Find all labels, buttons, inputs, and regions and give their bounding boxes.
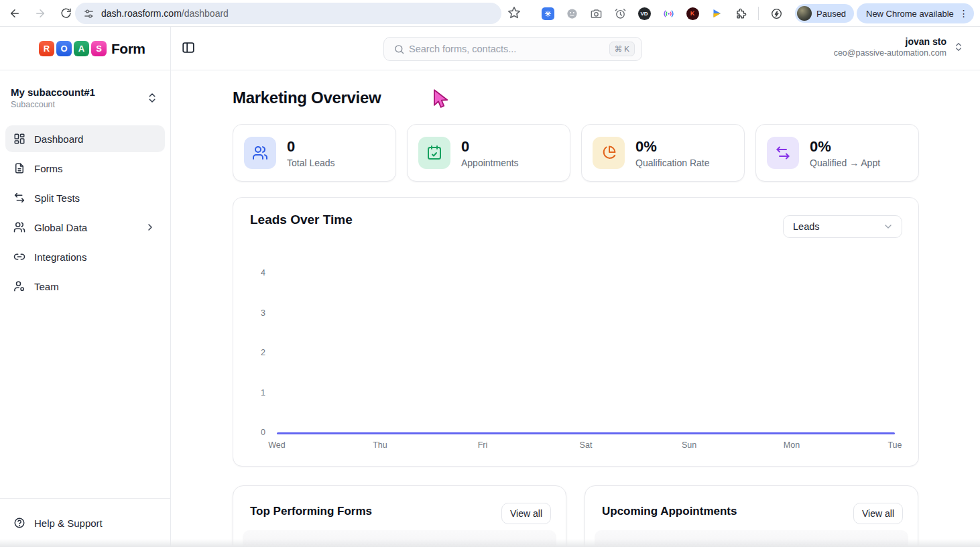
- sidebar-item-split-tests[interactable]: Split Tests: [5, 184, 165, 211]
- back-arrow-icon: [9, 7, 21, 19]
- sidebar-item-forms[interactable]: Forms: [5, 155, 165, 182]
- subaccount-type: Subaccount: [11, 100, 160, 109]
- browser-reload-button[interactable]: [55, 3, 76, 24]
- stat-label: Qualified → Appt: [810, 158, 880, 168]
- browser-profile-button[interactable]: Paused: [795, 4, 854, 23]
- logo-letter-a: A: [74, 41, 89, 56]
- site-settings-icon[interactable]: [83, 8, 95, 19]
- extension-face-icon[interactable]: [562, 4, 581, 23]
- x-axis-tick: Thu: [360, 440, 400, 450]
- sidebar-footer: Help & Support: [0, 498, 171, 535]
- stat-label: Qualification Rate: [635, 158, 710, 168]
- url-text: dash.roasform.com/dashboard: [101, 8, 229, 19]
- logo-letter-s: S: [91, 41, 107, 56]
- sidebar: My subaccount#1 Subaccount Dashboard For…: [0, 70, 171, 547]
- address-bar[interactable]: dash.roasform.com/dashboard: [75, 3, 501, 24]
- stat-card-total-leads: 0 Total Leads: [233, 124, 396, 182]
- users-icon: [244, 137, 276, 169]
- search-icon: [393, 44, 405, 55]
- stat-card-qualified-appt: 0% Qualified → Appt: [755, 124, 919, 182]
- profile-label: Paused: [816, 9, 846, 19]
- y-axis-tick: 1: [245, 388, 265, 398]
- stat-card-qualification-rate: 0% Qualification Rate: [581, 124, 745, 182]
- chart-title: Leads Over Time: [250, 212, 353, 227]
- kebab-menu-icon[interactable]: ⋮: [959, 10, 969, 17]
- chart-metric-value: Leads: [793, 221, 820, 232]
- swap-arrows-icon: [767, 137, 799, 169]
- sidebar-item-label: Split Tests: [34, 192, 80, 204]
- extension-play-arrow-icon[interactable]: [707, 4, 726, 23]
- sidebar-item-label: Integrations: [34, 251, 86, 263]
- toolbar-separator: [758, 7, 759, 20]
- extension-k-icon[interactable]: K: [683, 4, 702, 23]
- dashboard-icon: [13, 133, 25, 145]
- user-email: ceo@passive-automation.com: [834, 48, 946, 58]
- bottom-window-edge: [0, 539, 980, 547]
- chevrons-up-down-icon: [953, 42, 964, 52]
- x-axis-tick: Mon: [772, 440, 812, 450]
- upcoming-appointments-card: Upcoming Appointments View all: [585, 485, 918, 547]
- extension-alarm-clock-icon[interactable]: [611, 4, 629, 23]
- chevron-right-icon: [145, 222, 156, 233]
- search-shortcut-badge: ⌘ K: [609, 42, 635, 56]
- x-axis-tick: Wed: [257, 440, 297, 450]
- browser-toolbar: dash.roasform.com/dashboard VD K: [0, 0, 980, 27]
- app-header: R O A S Form Search forms, contacts... ⌘…: [0, 27, 980, 70]
- extensions-row: VD K: [538, 4, 786, 23]
- file-icon: [13, 162, 25, 174]
- view-all-appointments-button[interactable]: View all: [853, 503, 903, 524]
- sidebar-item-label: Team: [34, 281, 59, 292]
- browser-back-button[interactable]: [4, 3, 25, 24]
- y-axis-tick: 3: [245, 308, 265, 318]
- app-logo[interactable]: R O A S Form: [0, 27, 171, 70]
- help-circle-icon: [13, 517, 25, 529]
- help-support-label: Help & Support: [34, 518, 103, 529]
- extension-blue-gear-icon[interactable]: [538, 4, 557, 23]
- stat-label: Total Leads: [287, 158, 335, 168]
- y-axis-tick: 0: [245, 428, 265, 437]
- sidebar-item-integrations[interactable]: Integrations: [5, 243, 165, 270]
- x-axis-tick: Tue: [875, 440, 915, 450]
- main-content: Marketing Overview 0 Total Leads 0 Appoi…: [172, 70, 980, 547]
- global-search-input[interactable]: Search forms, contacts... ⌘ K: [383, 37, 642, 61]
- user-name: jovan sto: [834, 36, 946, 47]
- chevron-down-icon: [883, 221, 894, 232]
- sidebar-item-team[interactable]: Team: [5, 273, 165, 300]
- user-gear-icon: [13, 280, 25, 292]
- link-icon: [13, 251, 25, 263]
- subaccount-switcher[interactable]: My subaccount#1 Subaccount: [0, 70, 170, 109]
- update-label: New Chrome available: [866, 9, 954, 19]
- section-title: Upcoming Appointments: [602, 505, 737, 518]
- stat-value: 0%: [635, 138, 710, 156]
- logo-letter-o: O: [56, 41, 72, 56]
- help-support-link[interactable]: Help & Support: [5, 511, 166, 535]
- x-axis-tick: Sun: [669, 440, 709, 450]
- stat-value: 0: [461, 138, 519, 156]
- y-axis-tick: 2: [245, 348, 265, 357]
- sidebar-toggle-button[interactable]: [181, 40, 197, 56]
- bookmark-star-button[interactable]: [507, 5, 523, 21]
- chrome-update-button[interactable]: New Chrome available ⋮: [857, 3, 974, 23]
- extension-camera-icon[interactable]: [587, 4, 605, 23]
- sidebar-item-label: Dashboard: [34, 133, 83, 145]
- stat-value: 0%: [810, 138, 880, 156]
- extension-broadcast-icon[interactable]: [659, 4, 678, 23]
- leads-series-line: [277, 432, 895, 434]
- user-menu[interactable]: jovan sto ceo@passive-automation.com: [834, 36, 964, 58]
- view-all-forms-button[interactable]: View all: [501, 503, 551, 524]
- sidebar-item-global-data[interactable]: Global Data: [5, 214, 165, 241]
- browser-forward-button[interactable]: [29, 3, 51, 24]
- sidebar-item-label: Global Data: [34, 222, 87, 233]
- extension-vd-icon[interactable]: VD: [635, 4, 654, 23]
- x-axis-tick: Fri: [463, 440, 503, 450]
- stat-value: 0: [287, 138, 335, 156]
- extensions-puzzle-icon[interactable]: [731, 4, 750, 23]
- chart-metric-select[interactable]: Leads: [783, 215, 902, 238]
- search-placeholder: Search forms, contacts...: [409, 44, 609, 54]
- stat-card-appointments: 0 Appointments: [407, 124, 570, 182]
- page-title: Marketing Overview: [233, 88, 381, 107]
- energy-saver-icon[interactable]: [767, 4, 786, 23]
- swap-arrows-icon: [13, 192, 25, 204]
- sidebar-item-dashboard[interactable]: Dashboard: [5, 125, 165, 152]
- pie-chart-icon: [593, 137, 625, 169]
